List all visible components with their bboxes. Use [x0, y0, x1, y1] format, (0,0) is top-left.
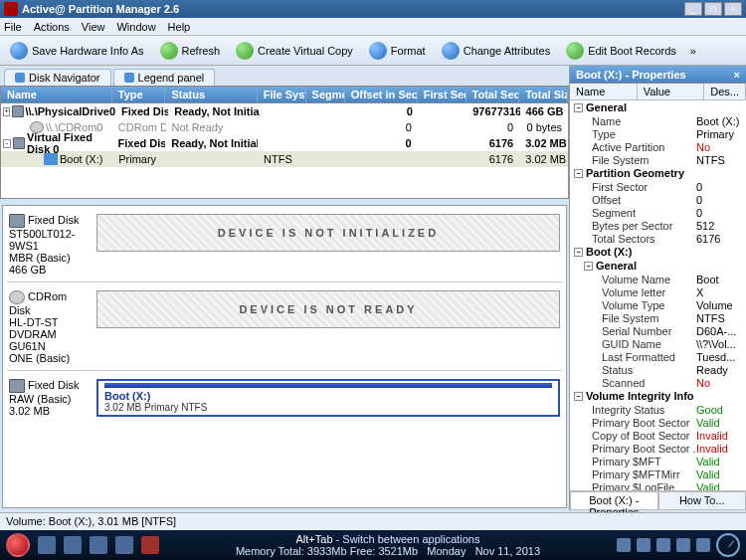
menu-help[interactable]: Help [168, 21, 191, 33]
taskbar-app-1[interactable] [38, 536, 56, 554]
close-button[interactable]: × [724, 2, 742, 16]
refresh-button[interactable]: Refresh [154, 40, 227, 62]
property-row[interactable]: Copy of Boot SectorInvalid [574, 429, 746, 442]
property-row[interactable]: Bytes per Sector512 [574, 219, 746, 232]
property-row[interactable]: Last FormattedTuesd... [574, 350, 746, 363]
col-total-sectors[interactable]: Total Sectors [466, 87, 520, 102]
menu-actions[interactable]: Actions [34, 21, 70, 33]
clock-icon[interactable] [716, 533, 740, 557]
tray-icon-5[interactable] [696, 538, 710, 552]
btab-howto[interactable]: How To... [658, 491, 747, 510]
property-row[interactable]: Segment0 [574, 206, 746, 219]
menu-file[interactable]: File [4, 21, 22, 33]
properties-title: Boot (X:) - Properties [576, 69, 686, 81]
btab-properties[interactable]: Boot (X:) - Properties [570, 491, 658, 510]
group-header[interactable]: −General [574, 100, 746, 114]
group-expander[interactable]: − [574, 248, 583, 257]
device-info-line: RAW (Basic) [9, 393, 91, 405]
property-value: 512 [696, 220, 744, 232]
menu-view[interactable]: View [82, 21, 105, 33]
property-row[interactable]: Volume letterX [574, 285, 746, 298]
property-group: −GeneralVolume NameBootVolume letterXVol… [570, 259, 746, 389]
change-attributes-button[interactable]: Change Attributes [436, 40, 556, 62]
format-button[interactable]: Format [363, 40, 432, 62]
tab-legend-panel[interactable]: Legend panel [113, 69, 216, 86]
taskbar-app-4[interactable] [115, 536, 133, 554]
properties-body[interactable]: −GeneralNameBoot (X:)TypePrimaryActive P… [570, 100, 746, 490]
property-row[interactable]: StatusReady [574, 363, 746, 376]
property-row[interactable]: Active PartitionNo [574, 140, 746, 153]
properties-close-button[interactable]: × [734, 69, 740, 81]
hint-key: Alt+Tab [296, 533, 333, 545]
start-button[interactable] [6, 533, 30, 557]
edit-boot-records-button[interactable]: Edit Boot Records [560, 40, 682, 62]
tray-icon-1[interactable] [617, 538, 631, 552]
save-hw-info-button[interactable]: Save Hardware Info As [4, 40, 150, 62]
tab-disk-navigator[interactable]: Disk Navigator [4, 69, 111, 86]
col-first-sector[interactable]: First Sector [418, 87, 466, 102]
property-row[interactable]: Primary $MFTMirrValid [574, 467, 746, 480]
property-row[interactable]: NameBoot (X:) [574, 114, 746, 127]
minimize-button[interactable]: _ [684, 2, 702, 16]
grid-body: +\\.\PhysicalDrive0Fixed DiskReady, Not … [0, 103, 569, 199]
col-name[interactable]: Name [1, 87, 112, 102]
cell: 6176 [466, 137, 519, 149]
col-segment[interactable]: Segment [306, 87, 345, 102]
prop-col-value[interactable]: Value [638, 84, 705, 99]
property-row[interactable]: ScannedNo [574, 376, 746, 389]
tray-icon-3[interactable] [656, 538, 670, 552]
tray-icon-4[interactable] [676, 538, 690, 552]
property-row[interactable]: File SystemNTFS [574, 153, 746, 166]
col-file-system[interactable]: File System [258, 87, 306, 102]
group-header[interactable]: −Boot (X:) [574, 245, 746, 259]
toolbar-overflow-button[interactable]: » [686, 45, 700, 57]
property-row[interactable]: Primary $MFTValid [574, 455, 746, 467]
property-row[interactable]: Primary Boot Sector ...Invalid [574, 442, 746, 455]
maximize-button[interactable]: □ [704, 2, 722, 16]
device-meta: CDRom DiskHL-DT-ST DVDRAMGU61NONE (Basic… [9, 290, 91, 364]
group-expander[interactable]: − [574, 169, 583, 178]
group-expander[interactable]: − [574, 103, 583, 112]
property-row[interactable]: First Sector0 [574, 180, 746, 193]
col-type[interactable]: Type [112, 87, 166, 102]
tray-icon-2[interactable] [637, 538, 651, 552]
group-expander[interactable]: − [584, 262, 593, 271]
device-card[interactable]: CDRom DiskHL-DT-ST DVDRAMGU61NONE (Basic… [7, 286, 562, 371]
table-row[interactable]: +\\.\PhysicalDrive0Fixed DiskReady, Not … [1, 103, 568, 119]
device-info-line: 3.02 MB [9, 405, 91, 417]
property-row[interactable]: Serial NumberD60A-... [574, 324, 746, 337]
col-offset[interactable]: Offset in Sectors [345, 87, 418, 102]
cell: Primary [112, 153, 166, 165]
prop-col-name[interactable]: Name [570, 84, 638, 99]
create-virtual-copy-button[interactable]: Create Virtual Copy [230, 40, 359, 62]
tree-expander[interactable]: + [3, 107, 10, 116]
property-row[interactable]: Total Sectors6176 [574, 232, 746, 245]
taskbar-app-3[interactable] [90, 536, 107, 554]
property-row[interactable]: Offset0 [574, 193, 746, 206]
property-row[interactable]: File SystemNTFS [574, 311, 746, 324]
prop-col-desc[interactable]: Des... [704, 84, 746, 99]
property-row[interactable]: Volume NameBoot [574, 273, 746, 285]
device-card[interactable]: Fixed DiskST500LT012-9WS1MBR (Basic)466 … [7, 210, 562, 282]
property-row[interactable]: Primary Boot SectorValid [574, 416, 746, 429]
col-total-size[interactable]: Total Size [519, 87, 568, 102]
property-row[interactable]: Integrity StatusGood [574, 403, 746, 416]
col-status[interactable]: Status [165, 87, 257, 102]
group-header[interactable]: −General [574, 259, 746, 273]
table-row[interactable]: -Virtual Fixed Disk 0Fixed DiskReady, No… [1, 135, 568, 151]
property-row[interactable]: Volume TypeVolume [574, 298, 746, 311]
device-card[interactable]: Fixed DiskRAW (Basic)3.02 MBBoot (X:)3.0… [7, 375, 562, 423]
tree-expander[interactable]: - [3, 139, 11, 148]
group-expander[interactable]: − [574, 392, 583, 401]
partition-visual[interactable]: Boot (X:)3.02 MB Primary NTFS [96, 379, 560, 417]
taskbar-app-2[interactable] [64, 536, 82, 554]
menu-window[interactable]: Window [116, 21, 155, 33]
group-header[interactable]: −Partition Geometry [574, 166, 746, 180]
property-row[interactable]: Primary $LogFileValid [574, 480, 746, 490]
table-row[interactable]: Boot (X:)PrimaryNTFS61763.02 MB [1, 151, 568, 167]
hint-text: - Switch between applications [333, 533, 480, 545]
group-header[interactable]: −Volume Integrity Info [574, 389, 746, 403]
property-row[interactable]: TypePrimary [574, 127, 746, 140]
taskbar-app-5[interactable] [141, 536, 159, 554]
property-row[interactable]: GUID Name\\?\Vol... [574, 337, 746, 350]
